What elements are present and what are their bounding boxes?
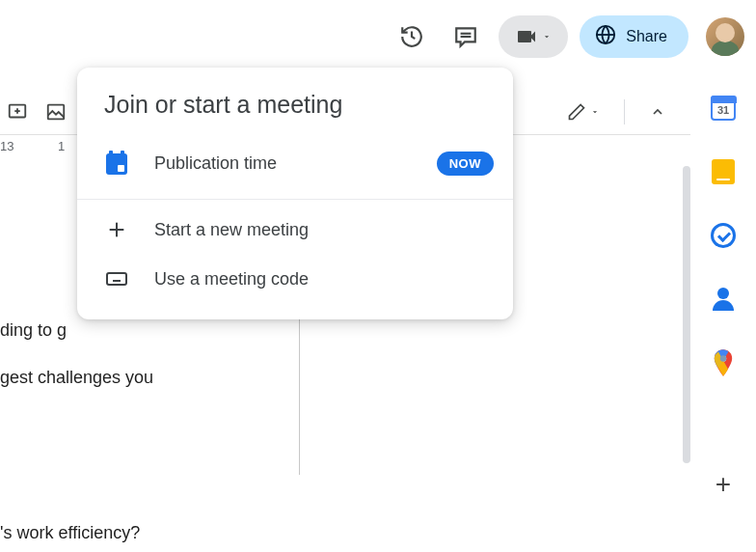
collapse-toolbar-button[interactable] <box>638 93 677 131</box>
calendar-app-icon[interactable]: 31 <box>710 95 737 122</box>
doc-text: gest challenges you <box>0 364 299 392</box>
vertical-scrollbar[interactable] <box>683 166 690 463</box>
keep-app-icon[interactable] <box>710 158 737 185</box>
keyboard-icon <box>104 267 129 290</box>
contacts-app-icon[interactable] <box>710 286 737 313</box>
meeting-code-row[interactable]: Use a meeting code <box>77 254 513 304</box>
meeting-name: Publication time <box>154 153 412 174</box>
ruler-tick: 13 <box>0 139 14 153</box>
start-meeting-label: Start a new meeting <box>154 220 486 240</box>
comments-button[interactable] <box>445 15 487 58</box>
side-panel: 31 + <box>702 95 744 498</box>
svg-rect-12 <box>107 273 126 285</box>
popover-title: Join or start a meeting <box>77 68 513 138</box>
divider <box>624 99 625 124</box>
calendar-day: 31 <box>713 104 734 116</box>
meet-popover: Join or start a meeting Publication time… <box>77 68 513 319</box>
share-button[interactable]: Share <box>580 15 688 58</box>
calendar-event-icon <box>104 153 129 175</box>
tasks-app-icon[interactable] <box>710 222 737 249</box>
svg-point-9 <box>720 355 726 361</box>
add-on-button[interactable]: + <box>710 471 737 498</box>
scheduled-meeting-row[interactable]: Publication time NOW <box>77 138 513 189</box>
share-label: Share <box>626 28 667 45</box>
comment-add-icon[interactable] <box>0 95 35 129</box>
history-button[interactable] <box>391 15 433 58</box>
meet-button[interactable] <box>499 15 568 58</box>
maps-app-icon[interactable] <box>710 349 737 376</box>
image-icon[interactable] <box>39 95 73 129</box>
now-badge: NOW <box>437 152 494 176</box>
plus-icon <box>104 219 129 240</box>
divider <box>77 199 513 200</box>
top-toolbar: Share <box>391 15 744 58</box>
start-meeting-row[interactable]: Start a new meeting <box>77 206 513 254</box>
meeting-code-label: Use a meeting code <box>154 269 486 290</box>
editing-mode-button[interactable] <box>556 96 610 128</box>
account-avatar[interactable] <box>706 17 744 56</box>
ruler-tick: 1 <box>58 139 65 153</box>
doc-text: 's work efficiency? <box>0 519 299 547</box>
globe-icon <box>595 24 616 49</box>
doc-text: ding to g <box>0 317 299 345</box>
